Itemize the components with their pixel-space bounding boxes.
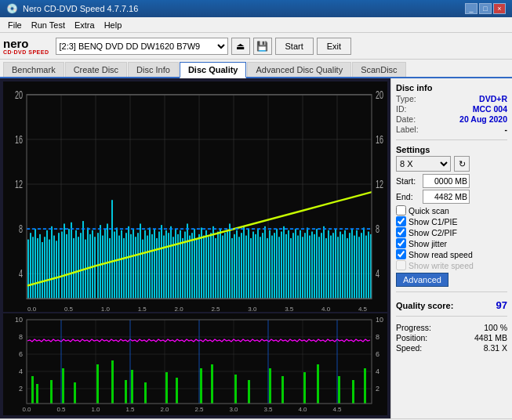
svg-rect-236 — [364, 368, 366, 404]
svg-rect-119 — [243, 226, 245, 299]
tab-scandisc[interactable]: ScanDisc — [352, 62, 405, 77]
svg-rect-123 — [252, 232, 254, 299]
tab-disc-quality[interactable]: Disc Quality — [180, 62, 247, 78]
advanced-button[interactable]: Advanced — [396, 273, 448, 287]
svg-rect-106 — [212, 226, 214, 299]
svg-rect-50 — [80, 233, 82, 299]
main-content: 20 16 12 8 4 20 16 12 8 4 — [0, 78, 512, 418]
show-c1pie-label: Show C1/PIE — [409, 217, 457, 226]
svg-text:4: 4 — [19, 267, 23, 281]
svg-rect-29 — [30, 233, 31, 299]
speed-select[interactable]: 8 X Maximum 4 X 12 X — [396, 156, 451, 172]
menu-help[interactable]: Help — [100, 20, 127, 31]
svg-rect-223 — [144, 382, 147, 404]
svg-rect-35 — [44, 237, 45, 299]
svg-text:2: 2 — [19, 385, 23, 393]
menu-file[interactable]: File — [3, 20, 27, 31]
speed-row-prog: Speed: 8.31 X — [396, 343, 507, 353]
svg-rect-234 — [338, 376, 340, 404]
svg-rect-83 — [158, 232, 160, 299]
svg-rect-169 — [361, 233, 362, 299]
svg-rect-40 — [56, 241, 57, 299]
progress-section: Progress: 100 % Position: 4481 MB Speed:… — [396, 323, 507, 353]
drive-select[interactable]: [2:3] BENQ DVD DD DW1620 B7W9 — [56, 38, 228, 55]
svg-rect-121 — [248, 229, 249, 299]
svg-text:10: 10 — [376, 316, 383, 324]
exit-button[interactable]: Exit — [317, 38, 351, 55]
svg-rect-77 — [144, 230, 146, 299]
svg-rect-145 — [304, 233, 306, 299]
quick-scan-label: Quick scan — [409, 206, 449, 215]
svg-rect-43 — [64, 223, 65, 299]
show-write-speed-label: Show write speed — [409, 261, 474, 270]
svg-rect-153 — [323, 226, 325, 299]
svg-rect-95 — [187, 223, 188, 299]
close-button[interactable]: × — [493, 3, 506, 14]
end-input[interactable] — [423, 190, 470, 204]
svg-rect-99 — [196, 240, 198, 299]
svg-rect-47 — [73, 238, 74, 299]
refresh-button[interactable]: ↻ — [454, 156, 470, 172]
svg-rect-216 — [50, 380, 53, 404]
svg-rect-68 — [123, 238, 125, 299]
svg-rect-151 — [318, 237, 320, 299]
window-controls[interactable]: _ □ × — [465, 3, 506, 14]
divider-1 — [396, 139, 507, 140]
svg-rect-36 — [46, 230, 48, 299]
svg-text:20: 20 — [15, 88, 23, 101]
show-c2pif-checkbox[interactable] — [396, 227, 406, 237]
label-value: - — [505, 125, 508, 134]
tab-benchmark[interactable]: Benchmark — [3, 62, 64, 77]
svg-rect-80 — [151, 234, 153, 299]
svg-rect-171 — [365, 236, 367, 299]
svg-rect-224 — [165, 372, 168, 404]
svg-text:6: 6 — [376, 350, 379, 358]
svg-rect-128 — [264, 226, 266, 299]
svg-rect-116 — [236, 230, 238, 299]
tab-disc-info[interactable]: Disc Info — [128, 62, 179, 77]
end-mb-row: End: — [396, 190, 507, 204]
toolbar: nero CD·DVD SPEED [2:3] BENQ DVD DD DW16… — [0, 33, 512, 60]
svg-rect-143 — [300, 230, 301, 299]
svg-rect-96 — [189, 236, 191, 299]
progress-row: Progress: 100 % — [396, 323, 507, 332]
tab-create-disc[interactable]: Create Disc — [65, 62, 127, 77]
svg-text:4: 4 — [376, 368, 379, 375]
svg-rect-164 — [349, 233, 350, 299]
svg-rect-161 — [342, 234, 343, 299]
svg-rect-49 — [78, 237, 79, 299]
eject-button[interactable]: ⏏ — [231, 38, 250, 55]
show-read-speed-checkbox[interactable] — [396, 249, 406, 259]
save-button[interactable]: 💾 — [253, 38, 272, 55]
show-jitter-checkbox[interactable] — [396, 238, 406, 248]
svg-rect-152 — [321, 233, 322, 299]
tab-advanced-disc-quality[interactable]: Advanced Disc Quality — [247, 62, 351, 77]
menu-run-test[interactable]: Run Test — [27, 20, 70, 31]
svg-rect-90 — [175, 229, 176, 299]
quality-value: 97 — [496, 299, 507, 311]
maximize-button[interactable]: □ — [479, 3, 492, 14]
quick-scan-checkbox[interactable] — [396, 205, 406, 215]
show-write-speed-checkbox[interactable] — [396, 260, 406, 270]
svg-rect-137 — [285, 234, 287, 299]
svg-rect-76 — [142, 240, 143, 299]
svg-rect-112 — [227, 230, 228, 299]
svg-rect-31 — [34, 229, 36, 299]
menu-extra[interactable]: Extra — [70, 20, 100, 31]
app-icon: 💿 — [6, 3, 18, 14]
svg-rect-165 — [351, 229, 353, 299]
svg-rect-103 — [205, 230, 207, 299]
svg-rect-109 — [220, 229, 221, 299]
divider-3 — [396, 316, 507, 317]
svg-rect-230 — [269, 368, 271, 404]
start-button[interactable]: Start — [275, 38, 314, 55]
show-c2pif-row: Show C2/PIF — [396, 227, 507, 237]
position-value: 4481 MB — [474, 333, 507, 342]
svg-rect-66 — [118, 236, 120, 299]
show-c1pie-checkbox[interactable] — [396, 216, 406, 226]
start-input[interactable] — [423, 174, 470, 188]
svg-rect-167 — [356, 230, 358, 299]
minimize-button[interactable]: _ — [465, 3, 478, 14]
svg-rect-214 — [31, 376, 34, 404]
svg-rect-32 — [37, 238, 38, 299]
